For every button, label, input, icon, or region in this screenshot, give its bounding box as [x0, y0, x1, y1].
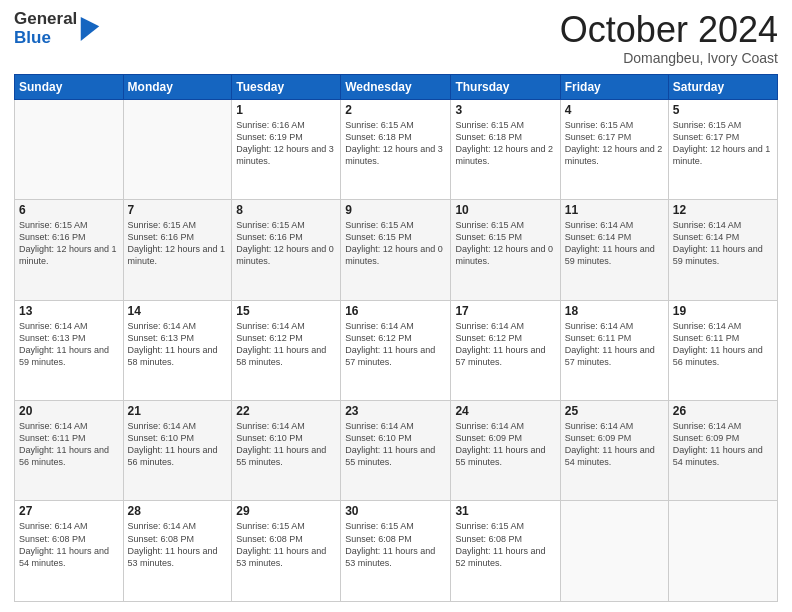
- calendar-cell: [560, 501, 668, 602]
- col-thursday: Thursday: [451, 74, 560, 99]
- calendar-cell: 4Sunrise: 6:15 AM Sunset: 6:17 PM Daylig…: [560, 99, 668, 199]
- calendar-cell: 30Sunrise: 6:15 AM Sunset: 6:08 PM Dayli…: [341, 501, 451, 602]
- logo-icon: [80, 17, 100, 41]
- calendar-cell: 19Sunrise: 6:14 AM Sunset: 6:11 PM Dayli…: [668, 300, 777, 400]
- day-number: 24: [455, 404, 555, 418]
- day-info: Sunrise: 6:15 AM Sunset: 6:17 PM Dayligh…: [565, 119, 664, 168]
- day-number: 7: [128, 203, 228, 217]
- day-info: Sunrise: 6:14 AM Sunset: 6:11 PM Dayligh…: [19, 420, 119, 469]
- day-number: 11: [565, 203, 664, 217]
- logo-blue: Blue: [14, 29, 77, 48]
- day-info: Sunrise: 6:14 AM Sunset: 6:13 PM Dayligh…: [128, 320, 228, 369]
- day-number: 28: [128, 504, 228, 518]
- day-info: Sunrise: 6:14 AM Sunset: 6:13 PM Dayligh…: [19, 320, 119, 369]
- day-number: 13: [19, 304, 119, 318]
- day-number: 29: [236, 504, 336, 518]
- day-number: 1: [236, 103, 336, 117]
- month-title: October 2024: [560, 10, 778, 50]
- calendar-cell: 17Sunrise: 6:14 AM Sunset: 6:12 PM Dayli…: [451, 300, 560, 400]
- day-number: 18: [565, 304, 664, 318]
- day-info: Sunrise: 6:15 AM Sunset: 6:15 PM Dayligh…: [345, 219, 446, 268]
- day-number: 2: [345, 103, 446, 117]
- calendar-cell: [668, 501, 777, 602]
- calendar-cell: 25Sunrise: 6:14 AM Sunset: 6:09 PM Dayli…: [560, 401, 668, 501]
- day-number: 15: [236, 304, 336, 318]
- day-number: 27: [19, 504, 119, 518]
- day-number: 8: [236, 203, 336, 217]
- calendar-cell: 11Sunrise: 6:14 AM Sunset: 6:14 PM Dayli…: [560, 200, 668, 300]
- day-number: 4: [565, 103, 664, 117]
- calendar-cell: 26Sunrise: 6:14 AM Sunset: 6:09 PM Dayli…: [668, 401, 777, 501]
- calendar-cell: 8Sunrise: 6:15 AM Sunset: 6:16 PM Daylig…: [232, 200, 341, 300]
- calendar-cell: 14Sunrise: 6:14 AM Sunset: 6:13 PM Dayli…: [123, 300, 232, 400]
- svg-marker-0: [81, 17, 99, 41]
- calendar-cell: 27Sunrise: 6:14 AM Sunset: 6:08 PM Dayli…: [15, 501, 124, 602]
- day-info: Sunrise: 6:15 AM Sunset: 6:16 PM Dayligh…: [19, 219, 119, 268]
- day-number: 17: [455, 304, 555, 318]
- col-wednesday: Wednesday: [341, 74, 451, 99]
- col-friday: Friday: [560, 74, 668, 99]
- day-info: Sunrise: 6:15 AM Sunset: 6:18 PM Dayligh…: [455, 119, 555, 168]
- day-info: Sunrise: 6:15 AM Sunset: 6:08 PM Dayligh…: [455, 520, 555, 569]
- day-number: 22: [236, 404, 336, 418]
- day-number: 6: [19, 203, 119, 217]
- day-info: Sunrise: 6:14 AM Sunset: 6:09 PM Dayligh…: [455, 420, 555, 469]
- day-info: Sunrise: 6:14 AM Sunset: 6:12 PM Dayligh…: [236, 320, 336, 369]
- calendar-cell: 1Sunrise: 6:16 AM Sunset: 6:19 PM Daylig…: [232, 99, 341, 199]
- logo-text: General Blue: [14, 10, 77, 47]
- calendar-cell: 9Sunrise: 6:15 AM Sunset: 6:15 PM Daylig…: [341, 200, 451, 300]
- calendar-cell: 18Sunrise: 6:14 AM Sunset: 6:11 PM Dayli…: [560, 300, 668, 400]
- day-info: Sunrise: 6:14 AM Sunset: 6:10 PM Dayligh…: [128, 420, 228, 469]
- calendar-cell: 24Sunrise: 6:14 AM Sunset: 6:09 PM Dayli…: [451, 401, 560, 501]
- day-number: 25: [565, 404, 664, 418]
- calendar-cell: 15Sunrise: 6:14 AM Sunset: 6:12 PM Dayli…: [232, 300, 341, 400]
- day-number: 30: [345, 504, 446, 518]
- calendar-cell: 13Sunrise: 6:14 AM Sunset: 6:13 PM Dayli…: [15, 300, 124, 400]
- day-info: Sunrise: 6:15 AM Sunset: 6:17 PM Dayligh…: [673, 119, 773, 168]
- calendar-cell: [15, 99, 124, 199]
- week-row-1: 1Sunrise: 6:16 AM Sunset: 6:19 PM Daylig…: [15, 99, 778, 199]
- day-number: 26: [673, 404, 773, 418]
- day-info: Sunrise: 6:15 AM Sunset: 6:16 PM Dayligh…: [236, 219, 336, 268]
- day-number: 16: [345, 304, 446, 318]
- page: General Blue October 2024 Domangbeu, Ivo…: [0, 0, 792, 612]
- calendar-cell: [123, 99, 232, 199]
- day-number: 31: [455, 504, 555, 518]
- day-number: 12: [673, 203, 773, 217]
- day-info: Sunrise: 6:14 AM Sunset: 6:08 PM Dayligh…: [19, 520, 119, 569]
- calendar-cell: 21Sunrise: 6:14 AM Sunset: 6:10 PM Dayli…: [123, 401, 232, 501]
- day-info: Sunrise: 6:14 AM Sunset: 6:10 PM Dayligh…: [345, 420, 446, 469]
- calendar-cell: 16Sunrise: 6:14 AM Sunset: 6:12 PM Dayli…: [341, 300, 451, 400]
- day-info: Sunrise: 6:14 AM Sunset: 6:12 PM Dayligh…: [345, 320, 446, 369]
- week-row-3: 13Sunrise: 6:14 AM Sunset: 6:13 PM Dayli…: [15, 300, 778, 400]
- subtitle: Domangbeu, Ivory Coast: [560, 50, 778, 66]
- day-info: Sunrise: 6:14 AM Sunset: 6:09 PM Dayligh…: [673, 420, 773, 469]
- day-number: 19: [673, 304, 773, 318]
- day-number: 10: [455, 203, 555, 217]
- day-number: 14: [128, 304, 228, 318]
- week-row-4: 20Sunrise: 6:14 AM Sunset: 6:11 PM Dayli…: [15, 401, 778, 501]
- calendar-cell: 23Sunrise: 6:14 AM Sunset: 6:10 PM Dayli…: [341, 401, 451, 501]
- day-number: 9: [345, 203, 446, 217]
- day-info: Sunrise: 6:15 AM Sunset: 6:08 PM Dayligh…: [236, 520, 336, 569]
- day-number: 5: [673, 103, 773, 117]
- day-info: Sunrise: 6:14 AM Sunset: 6:11 PM Dayligh…: [673, 320, 773, 369]
- day-number: 23: [345, 404, 446, 418]
- day-info: Sunrise: 6:14 AM Sunset: 6:14 PM Dayligh…: [673, 219, 773, 268]
- day-info: Sunrise: 6:14 AM Sunset: 6:10 PM Dayligh…: [236, 420, 336, 469]
- calendar-cell: 3Sunrise: 6:15 AM Sunset: 6:18 PM Daylig…: [451, 99, 560, 199]
- title-section: October 2024 Domangbeu, Ivory Coast: [560, 10, 778, 66]
- day-info: Sunrise: 6:15 AM Sunset: 6:16 PM Dayligh…: [128, 219, 228, 268]
- day-info: Sunrise: 6:15 AM Sunset: 6:08 PM Dayligh…: [345, 520, 446, 569]
- calendar-cell: 20Sunrise: 6:14 AM Sunset: 6:11 PM Dayli…: [15, 401, 124, 501]
- col-saturday: Saturday: [668, 74, 777, 99]
- calendar-table: Sunday Monday Tuesday Wednesday Thursday…: [14, 74, 778, 602]
- calendar-cell: 6Sunrise: 6:15 AM Sunset: 6:16 PM Daylig…: [15, 200, 124, 300]
- day-info: Sunrise: 6:14 AM Sunset: 6:14 PM Dayligh…: [565, 219, 664, 268]
- day-info: Sunrise: 6:14 AM Sunset: 6:12 PM Dayligh…: [455, 320, 555, 369]
- week-row-2: 6Sunrise: 6:15 AM Sunset: 6:16 PM Daylig…: [15, 200, 778, 300]
- day-number: 20: [19, 404, 119, 418]
- day-info: Sunrise: 6:16 AM Sunset: 6:19 PM Dayligh…: [236, 119, 336, 168]
- calendar-cell: 2Sunrise: 6:15 AM Sunset: 6:18 PM Daylig…: [341, 99, 451, 199]
- calendar-cell: 7Sunrise: 6:15 AM Sunset: 6:16 PM Daylig…: [123, 200, 232, 300]
